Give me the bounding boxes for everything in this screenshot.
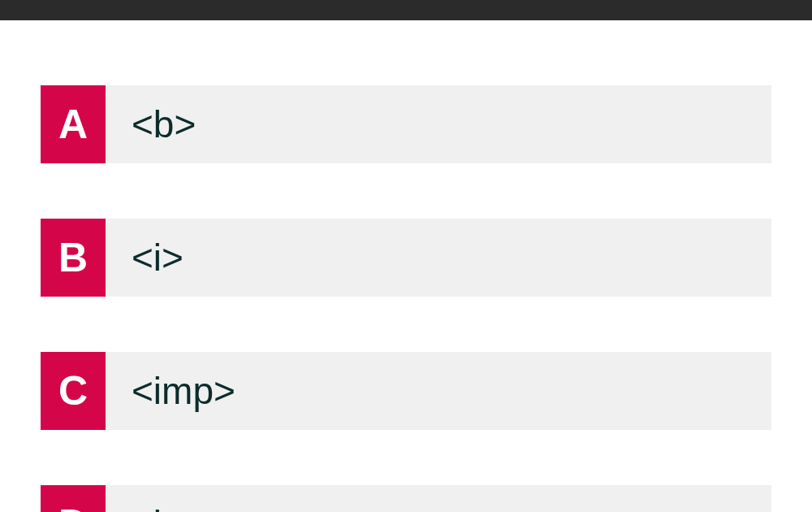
option-text-c: <imp>: [106, 352, 771, 430]
option-c-row[interactable]: C <imp>: [41, 352, 771, 430]
quiz-options-container: A <b> B <i> C <imp> D <important>: [0, 20, 812, 512]
option-letter-b: B: [41, 219, 106, 297]
option-d-row[interactable]: D <important>: [41, 485, 771, 512]
option-b-row[interactable]: B <i>: [41, 219, 771, 297]
option-letter-c: C: [41, 352, 106, 430]
option-letter-d: D: [41, 485, 106, 512]
option-text-d: <important>: [106, 485, 771, 512]
option-letter-a: A: [41, 85, 106, 163]
top-bar: [0, 0, 812, 20]
option-text-a: <b>: [106, 85, 771, 163]
option-text-b: <i>: [106, 219, 771, 297]
option-a-row[interactable]: A <b>: [41, 85, 771, 163]
